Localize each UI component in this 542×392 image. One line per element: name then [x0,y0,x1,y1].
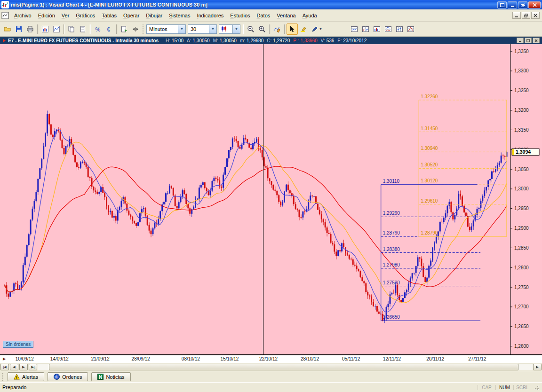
tab-alertas[interactable]: Alertas [8,372,44,381]
svg-text:1,3150: 1,3150 [514,127,529,133]
tab-noticias[interactable]: N Noticias [91,372,130,381]
restore-button[interactable] [518,1,527,8]
scroll-right-arrow-button[interactable]: ▶ [533,364,542,370]
svg-text:1.28790: 1.28790 [383,230,400,235]
chevron-down-icon: ▼ [209,25,216,33]
date-axis-label: 10/09/12 [16,356,34,361]
chart-header: E7 - E-MINI EURO FX FUTURES CONTINUOUS -… [0,37,542,44]
header-field-value: 1,33660 [300,38,317,43]
chart-style-select[interactable]: ▼ [219,24,240,34]
percent-icon: % [94,25,102,33]
copy-page-button[interactable] [66,24,77,35]
svg-text:1,2800: 1,2800 [514,265,529,270]
period-type-select[interactable]: Minutos ▼ [146,24,186,34]
header-field-key: F: [337,38,342,43]
svg-text:1.27530: 1.27530 [383,280,400,285]
open-folder-icon [4,25,11,33]
menu-item-8[interactable]: Sistemas [166,11,193,20]
chart-window-icon[interactable] [1,12,9,19]
menu-item-13[interactable]: Ayuda [299,11,320,20]
date-axis-arrow-icon[interactable]: ▶ [3,357,6,361]
page-setup-button[interactable] [119,24,130,35]
histogram-icon [53,25,60,33]
svg-text:1.30520: 1.30520 [421,162,438,167]
open-button[interactable] [2,24,13,35]
scroll-first-button[interactable]: |◀ [0,364,9,370]
date-axis-label: 20/11/12 [426,356,444,361]
euro-button[interactable]: € [104,24,115,35]
period-value-text: 30 [188,26,209,32]
period-value-select[interactable]: 30 ▼ [188,24,217,34]
chart-scroll-row: |◀ ◀ ▶ ▶| ▶ [0,363,542,371]
indicator-button[interactable] [271,24,283,35]
zoom-out-button[interactable] [245,24,256,35]
layout-button-3[interactable] [371,24,383,35]
scroll-last-button[interactable]: ▶| [29,364,37,370]
new-page-button[interactable] [77,24,88,35]
header-field-key: P : [293,38,299,43]
svg-text:1,3000: 1,3000 [514,186,529,191]
menu-item-2[interactable]: Edición [35,11,58,20]
tabs-grip[interactable] [2,373,4,381]
zoom-in-button[interactable] [256,24,268,35]
header-field-key: m: [240,38,245,43]
page-icon [79,25,87,33]
highlighter-icon [300,25,307,33]
menu-item-10[interactable]: Estudios [227,11,253,20]
resize-grip[interactable] [533,384,540,391]
minimize-button[interactable] [508,1,517,8]
pointer-tool-button[interactable] [287,24,298,35]
layout-button-4[interactable] [383,24,394,35]
svg-text:1,2700: 1,2700 [514,304,529,309]
child-close-button[interactable] [531,12,540,19]
scrollbar-thumb[interactable] [49,364,518,370]
svg-text:€: € [107,26,111,32]
chevron-down-icon: ▼ [178,25,185,33]
menu-item-12[interactable]: Ventana [273,11,299,20]
layout-button-6[interactable] [405,24,416,35]
print-button[interactable] [24,24,36,35]
menu-item-4[interactable]: Gráficos [72,11,98,20]
horizontal-scrollbar[interactable] [38,364,533,370]
menu-item-11[interactable]: Datos [254,11,274,20]
app-icon [1,1,9,8]
highlighter-tool-button[interactable] [298,24,309,35]
layout-button-5[interactable] [394,24,405,35]
menu-item-3[interactable]: Ver [58,11,73,20]
save-button[interactable] [13,24,24,35]
menu-item-7[interactable]: Dibujar [143,11,166,20]
news-icon: N [97,374,104,380]
price-chart-canvas[interactable]: 1.322601.314501.309401.305201.301201.296… [0,44,542,355]
scroll-lock-indicator: SCRL [513,385,531,390]
layout-button-1[interactable] [349,24,360,35]
date-axis-label: 28/10/12 [301,356,319,361]
date-axis-label: 22/10/12 [259,356,278,361]
menu-item-5[interactable]: Tablas [98,11,120,20]
date-axis[interactable]: ▶ 10/09/1214/09/1221/09/1228/09/1208/10/… [0,355,542,363]
insert-interval-button[interactable] [130,24,141,35]
chart-maximize-button[interactable] [525,38,532,43]
candlestick-icon [220,25,228,32]
child-restore-button[interactable] [522,12,530,19]
layout-button-2[interactable] [360,24,371,35]
child-minimize-button[interactable] [512,12,521,19]
svg-text:1,3050: 1,3050 [514,167,529,172]
bar-chart-button[interactable] [40,24,51,35]
pen-tool-button[interactable]: ▼ [309,24,324,35]
svg-text:1,2650: 1,2650 [514,324,529,329]
chart-minimize-button[interactable] [517,38,524,43]
euro-icon: € [105,25,113,33]
percent-button[interactable]: % [92,24,104,35]
window-menu-button[interactable] [497,1,507,8]
scroll-next-button[interactable]: ▶ [19,364,28,370]
menu-item-1[interactable]: Archivo [11,11,35,20]
play-icon [2,39,6,43]
menu-item-6[interactable]: Operar [120,11,143,20]
menu-item-9[interactable]: Indicadores [193,11,227,20]
alert-icon [14,374,20,380]
histogram-button[interactable] [51,24,62,35]
scroll-prev-button[interactable]: ◀ [10,364,18,370]
chart-close-button[interactable] [533,38,540,43]
close-button[interactable] [528,1,541,8]
tab-ordenes[interactable]: € Ordenes [48,372,88,381]
